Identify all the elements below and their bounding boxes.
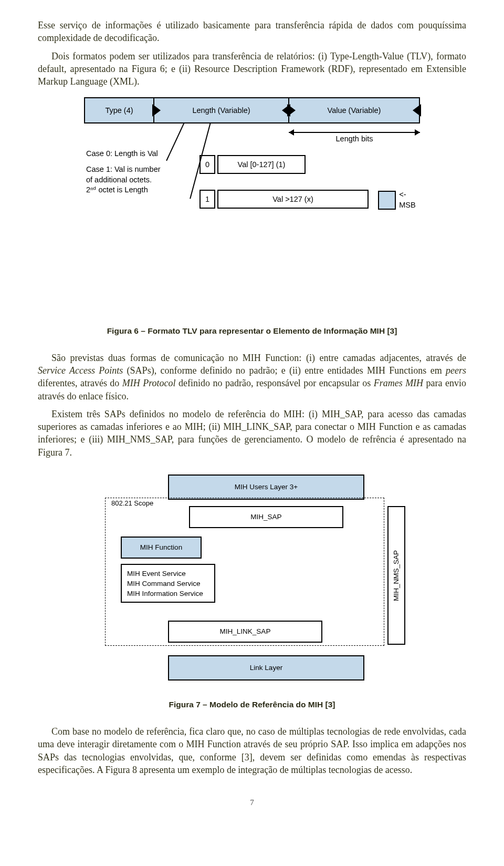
wedge-left-icon	[288, 105, 296, 116]
tlv-case1-row-small: 0 Val [0-127] (1)	[200, 155, 306, 174]
msb-indicator: <-MSB	[378, 190, 420, 210]
svc-command: MIH Command Service	[127, 579, 209, 589]
figure-6-tlv-diagram: Type (4) Length (Variable) Value (Variab…	[84, 97, 420, 311]
wedge-left-icon	[153, 105, 161, 116]
tlv-case1-row-large: 1 Val >127 (x)	[200, 190, 369, 209]
length-bits-dimension: Length bits	[289, 126, 420, 140]
p3-italic-peers: peers	[446, 365, 466, 376]
mih-users-layer3-box: MIH Users Layer 3+	[168, 475, 364, 500]
mih-nms-sap-label: MIH_NMS_SAP	[392, 550, 401, 601]
val-gt127-box: Val >127 (x)	[217, 190, 369, 209]
bit-flag-1: 1	[200, 190, 215, 209]
p3-part-c: diferentes, através do	[38, 378, 122, 388]
p3-part-a: São previstas duas formas de comunicação…	[51, 353, 466, 363]
figure-6-caption: Figura 6 – Formato TLV para representar …	[38, 326, 466, 337]
tlv-type-cell: Type (4)	[85, 98, 154, 122]
figure-7-reference-model: MIH Users Layer 3+ 802.21 Scope MIH_SAP …	[105, 475, 399, 685]
mih-nms-sap-box: MIH_NMS_SAP	[387, 506, 405, 645]
tlv-value-label: Value (Variable)	[328, 106, 381, 116]
case1-text-b: of additional octets.	[86, 175, 420, 185]
scope-label: 802.21 Scope	[111, 499, 153, 508]
link-layer-box: Link Layer	[168, 655, 364, 681]
mih-function-box: MIH Function	[121, 537, 202, 559]
mih-link-sap-box: MIH_LINK_SAP	[168, 621, 322, 643]
length-bits-label: Length bits	[336, 134, 373, 145]
svc-info: MIH Information Service	[127, 589, 209, 599]
dimension-bar	[289, 132, 420, 133]
wedge-right-icon	[413, 105, 420, 116]
svc-event: MIH Event Service	[127, 569, 209, 579]
figure-7-caption: Figura 7 – Modelo de Referência do MIH […	[38, 699, 466, 710]
paragraph-1: Esse serviço de informações é utilizado …	[38, 19, 466, 45]
p3-italic-frames: Frames MIH	[374, 378, 423, 388]
msb-box-icon	[378, 191, 396, 210]
msb-label: <-MSB	[399, 190, 420, 210]
bit-flag-0: 0	[200, 155, 215, 174]
p3-part-d: definido no padrão, responsável por enca…	[176, 378, 374, 388]
val-0-127-box: Val [0-127] (1)	[217, 155, 306, 174]
page-number: 7	[38, 797, 466, 808]
p3-part-b: (SAPs), conforme definido no padrão; e (…	[123, 365, 446, 376]
tlv-header-row: Type (4) Length (Variable) Value (Variab…	[84, 97, 420, 123]
paragraph-2: Dois formatos podem ser utilizados para …	[38, 50, 466, 88]
paragraph-4: Existem três SAPs definidos no modelo de…	[38, 408, 466, 459]
arrow-right-icon	[415, 129, 420, 136]
mih-sap-box: MIH_SAP	[189, 506, 343, 528]
tlv-length-cell: Length (Variable)	[154, 98, 289, 122]
p3-italic-proto: MIH Protocol	[122, 378, 176, 388]
p3-italic-sap: Service Access Points	[38, 365, 123, 376]
tlv-value-cell: Value (Variable)	[289, 98, 419, 122]
paragraph-5: Com base no modelo de referência, fica c…	[38, 725, 466, 776]
tlv-length-label: Length (Variable)	[192, 106, 250, 116]
mih-services-box: MIH Event Service MIH Command Service MI…	[121, 564, 215, 603]
paragraph-3: São previstas duas formas de comunicação…	[38, 352, 466, 403]
